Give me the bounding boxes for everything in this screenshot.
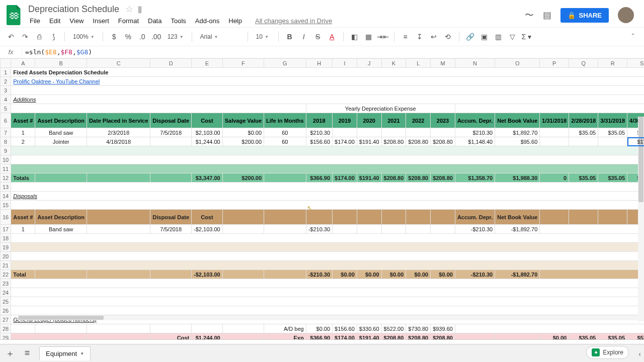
fill-icon[interactable]: ◧ — [349, 31, 361, 43]
all-sheets-icon[interactable]: ≡ — [22, 348, 32, 358]
menu-file[interactable]: File — [26, 15, 44, 27]
dec-increase-icon[interactable]: .00 — [150, 31, 163, 43]
rotate-icon[interactable]: ⟲ — [442, 31, 454, 43]
explore-button[interactable]: ✦Explore — [586, 346, 629, 359]
collapse-toolbar-icon[interactable]: ˆ — [627, 31, 639, 43]
lock-icon: 🔒 — [568, 12, 576, 19]
print-icon[interactable]: ⎙ — [33, 31, 45, 43]
col-header-row[interactable]: ABCD EFGH IJKL MNOP QRS TU — [1, 59, 645, 68]
channel-link[interactable]: Prolific Oaktree - YouTube Channel — [13, 78, 100, 84]
percent-icon[interactable]: % — [122, 31, 134, 43]
menu-tools[interactable]: Tools — [167, 15, 189, 27]
vertical-scrollbar[interactable] — [638, 117, 644, 321]
menu-insert[interactable]: Insert — [89, 15, 113, 27]
zoom-dropdown[interactable]: 100%▼ — [70, 33, 98, 40]
star-icon[interactable]: ☆ — [125, 4, 133, 15]
italic-icon[interactable]: I — [298, 31, 310, 43]
undo-icon[interactable]: ↶ — [5, 31, 17, 43]
toolbar: ↶ ↷ ⎙ ⟆ 100%▼ $ % .0 .00 123▼ Arial▼ 10▼… — [0, 27, 644, 46]
merge-icon[interactable]: ⇥⇤ — [377, 31, 389, 43]
avatar[interactable] — [618, 7, 634, 23]
active-cell[interactable]: $17.40 — [627, 137, 644, 146]
wrap-icon[interactable]: ↩ — [428, 31, 440, 43]
formula-input[interactable]: =sln($E8,$F8,$G8) — [22, 47, 644, 57]
save-status: All changes saved in Drive — [252, 15, 336, 27]
valign-icon[interactable]: ↧ — [414, 31, 426, 43]
functions-icon[interactable]: Σ ▾ — [521, 31, 533, 43]
menu-help[interactable]: Help — [225, 15, 246, 27]
spreadsheet-grid[interactable]: ABCD EFGH IJKL MNOP QRS TU 1Fixed Assets… — [0, 58, 644, 340]
paint-format-icon[interactable]: ⟆ — [47, 31, 59, 43]
yearly-header[interactable]: Yearly Depreciation Expense — [306, 104, 455, 113]
bold-icon[interactable]: B — [284, 31, 296, 43]
menubar: File Edit View Insert Format Data Tools … — [26, 15, 525, 27]
menu-view[interactable]: View — [66, 15, 87, 27]
share-label: SHARE — [579, 12, 602, 19]
add-sheet-icon[interactable]: ＋ — [5, 347, 15, 359]
additions-heading[interactable]: Additions — [11, 95, 644, 104]
share-button[interactable]: 🔒 SHARE — [560, 8, 609, 23]
textcolor-icon[interactable]: A — [326, 31, 338, 43]
link-icon[interactable]: 🔗 — [464, 31, 476, 43]
borders-icon[interactable]: ▦ — [363, 31, 375, 43]
comments-icon[interactable]: ▤ — [543, 10, 551, 21]
comment-icon[interactable]: ▣ — [478, 31, 491, 43]
menu-addons[interactable]: Add-ons — [192, 15, 223, 27]
title-cell[interactable]: Fixed Assets Depreciation Schedule — [11, 68, 644, 77]
folder-icon[interactable]: ▮ — [137, 4, 142, 15]
doc-name[interactable]: Depreciation Schedule — [26, 3, 121, 16]
fx-label: fx — [0, 48, 22, 56]
halign-icon[interactable]: ≡ — [399, 31, 412, 43]
side-panel-toggle[interactable]: ‹ — [638, 350, 641, 358]
sheet-tabbar: ＋ ≡ Equipment▼ ✦Explore ‹ — [0, 344, 644, 362]
horizontal-scrollbar[interactable] — [18, 315, 638, 320]
menu-edit[interactable]: Edit — [46, 15, 64, 27]
disposals-heading[interactable]: Disposals — [11, 192, 644, 201]
numfmt-dropdown[interactable]: 123▼ — [165, 33, 187, 40]
currency-icon[interactable]: $ — [108, 31, 120, 43]
fontsize-dropdown[interactable]: 10▼ — [253, 33, 273, 40]
menu-data[interactable]: Data — [144, 15, 165, 27]
sheets-logo[interactable] — [4, 5, 24, 25]
tab-equipment[interactable]: Equipment▼ — [39, 346, 91, 360]
activity-icon[interactable]: 〜 — [525, 9, 534, 21]
font-dropdown[interactable]: Arial▼ — [197, 33, 243, 40]
redo-icon[interactable]: ↷ — [19, 31, 31, 43]
strike-icon[interactable]: S — [312, 31, 324, 43]
menu-format[interactable]: Format — [115, 15, 142, 27]
filter-icon[interactable]: ▽ — [507, 31, 519, 43]
dec-decrease-icon[interactable]: .0 — [136, 31, 148, 43]
chart-icon[interactable]: ▥ — [493, 31, 505, 43]
